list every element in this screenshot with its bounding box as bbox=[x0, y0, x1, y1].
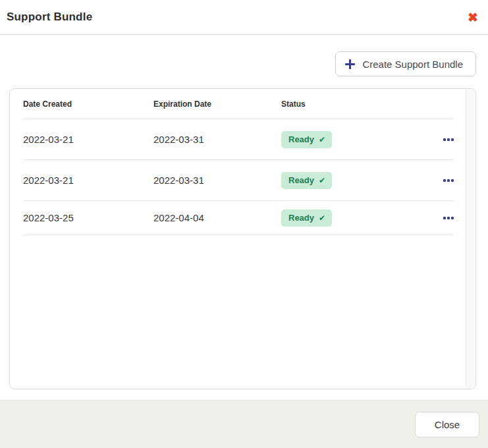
close-modal-button[interactable]: ✖ bbox=[466, 10, 479, 25]
cell-actions bbox=[425, 136, 454, 144]
support-bundle-table: Date Created Expiration Date Status 2022… bbox=[9, 88, 476, 389]
cell-actions bbox=[425, 177, 454, 184]
cell-date-created: 2022-03-21 bbox=[23, 175, 153, 186]
table-row: 2022-03-21 2022-03-31 Ready ✔ bbox=[23, 119, 454, 160]
status-badge-label: Ready bbox=[288, 175, 314, 185]
row-actions-menu-button[interactable] bbox=[443, 136, 454, 144]
modal-header: Support Bundle ✖ bbox=[0, 0, 488, 35]
status-badge: Ready ✔ bbox=[281, 172, 332, 189]
table-scrollbar[interactable] bbox=[466, 90, 475, 388]
row-actions-menu-button[interactable] bbox=[443, 177, 454, 184]
table-header-row: Date Created Expiration Date Status bbox=[23, 90, 454, 119]
close-icon: ✖ bbox=[468, 11, 478, 24]
status-badge-label: Ready bbox=[288, 134, 314, 144]
page-title: Support Bundle bbox=[7, 11, 92, 24]
table-scroll-area: Date Created Expiration Date Status 2022… bbox=[11, 90, 465, 388]
cell-status: Ready ✔ bbox=[281, 210, 425, 227]
status-badge: Ready ✔ bbox=[281, 210, 332, 227]
support-bundle-modal: Support Bundle ✖ Create Support Bundle D… bbox=[0, 0, 488, 448]
cell-date-created: 2022-03-21 bbox=[23, 134, 153, 145]
toolbar: Create Support Bundle bbox=[9, 51, 476, 76]
cell-expiration-date: 2022-03-31 bbox=[153, 175, 281, 186]
table-row: 2022-03-25 2022-04-04 Ready ✔ bbox=[23, 201, 454, 235]
status-badge: Ready ✔ bbox=[281, 131, 332, 148]
modal-footer: Close bbox=[0, 400, 488, 448]
cell-actions bbox=[425, 214, 454, 222]
check-icon: ✔ bbox=[319, 136, 325, 144]
cell-status: Ready ✔ bbox=[281, 131, 425, 148]
close-button[interactable]: Close bbox=[415, 412, 479, 437]
table-row: 2022-03-21 2022-03-31 Ready ✔ bbox=[23, 160, 454, 201]
create-support-bundle-button[interactable]: Create Support Bundle bbox=[335, 51, 476, 76]
modal-body: Create Support Bundle Date Created Expir… bbox=[0, 35, 488, 400]
column-header-status: Status bbox=[281, 99, 425, 109]
create-support-bundle-label: Create Support Bundle bbox=[362, 59, 463, 70]
check-icon: ✔ bbox=[319, 177, 325, 184]
ellipsis-icon bbox=[443, 217, 446, 219]
status-badge-label: Ready bbox=[288, 213, 314, 223]
column-header-date-created: Date Created bbox=[23, 99, 153, 109]
column-header-expiration-date: Expiration Date bbox=[153, 99, 281, 109]
check-icon: ✔ bbox=[319, 214, 325, 222]
ellipsis-icon bbox=[443, 179, 446, 182]
cell-date-created: 2022-03-25 bbox=[23, 212, 153, 223]
cell-status: Ready ✔ bbox=[281, 172, 425, 189]
ellipsis-icon bbox=[443, 138, 446, 141]
plus-icon bbox=[345, 59, 355, 69]
cell-expiration-date: 2022-04-04 bbox=[153, 212, 281, 223]
cell-expiration-date: 2022-03-31 bbox=[153, 134, 281, 145]
row-actions-menu-button[interactable] bbox=[443, 214, 454, 222]
